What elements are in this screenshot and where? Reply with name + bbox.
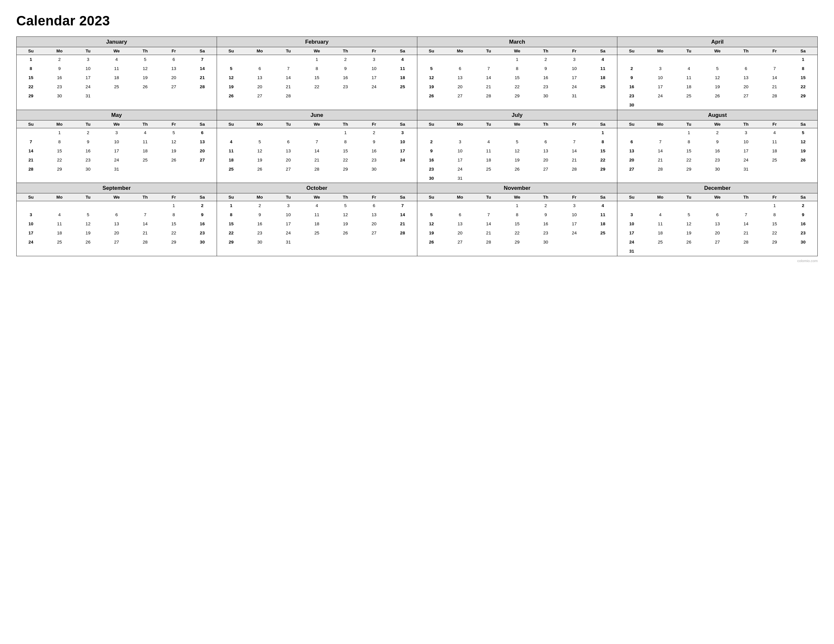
calendar-row: 891011121314 [217,210,417,220]
calendar-day: 15 [675,146,703,155]
calendar-day [560,174,589,182]
calendar-day: 9 [703,137,732,146]
calendar-day: 12 [417,73,446,82]
calendar-day: 3 [732,128,760,137]
day-header-tu: Tu [675,194,703,201]
calendar-day: 25 [675,92,703,101]
calendar-day: 19 [159,146,188,155]
calendar-row: 24252627282930 [617,238,817,247]
calendar-day: 31 [74,92,102,101]
calendar-day: 13 [274,146,303,155]
calendar-day: 21 [474,82,503,92]
calendar-day: 20 [617,155,646,165]
calendar-day: 8 [17,64,45,73]
day-header-mo: Mo [245,47,274,55]
calendar-day: 10 [560,210,589,220]
calendar-day [589,92,617,101]
calendar-day: 26 [131,82,160,92]
day-header-th: Th [131,47,160,55]
calendar-day: 30 [789,238,817,247]
calendar-day [388,92,417,101]
calendar-row: 23242526272829 [617,92,817,101]
calendar-day: 14 [474,73,503,82]
calendar-row: 1234567 [17,55,217,64]
day-header-tu: Tu [274,121,303,128]
day-header-mo: Mo [646,47,675,55]
calendar-day [331,238,360,247]
calendar-day: 25 [474,165,503,174]
calendar-day: 28 [760,92,789,101]
calendar-day: 10 [274,210,303,220]
calendar-day: 8 [789,64,817,73]
calendar-day [388,165,417,174]
calendar-day: 16 [617,82,646,92]
calendar-day [159,165,188,174]
day-header-we: We [703,194,732,201]
calendar-day: 4 [388,55,417,64]
calendar-day: 1 [303,55,331,64]
calendar-day: 13 [245,73,274,82]
calendar-day [417,128,446,137]
day-header-su: Su [617,47,646,55]
calendar-day: 30 [188,238,217,247]
calendar-day: 17 [74,73,102,82]
month-title-november: November [417,183,617,194]
calendar-day: 19 [703,82,732,92]
calendar-day [303,128,331,137]
calendar-day: 13 [446,220,474,229]
calendar-day: 16 [245,220,274,229]
calendar-day: 21 [303,155,331,165]
calendar-day: 1 [159,201,188,210]
month-table-august: SuMoTuWeThFrSa12345678910111213141516171… [617,121,817,174]
calendar-day: 1 [589,128,617,137]
calendar-day [74,201,102,210]
calendar-row: 16171819202122 [417,155,617,165]
day-header-sa: Sa [388,194,417,201]
calendar-day [159,92,188,101]
calendar-day: 26 [417,92,446,101]
calendar-row: 15161718192021 [17,73,217,82]
calendar-day [188,165,217,174]
day-header-we: We [703,121,732,128]
calendar-day: 11 [589,64,617,73]
calendar-day: 11 [474,146,503,155]
calendar-day: 16 [360,146,388,155]
calendar-day: 17 [102,146,131,155]
calendar-day: 4 [45,210,74,220]
calendar-day: 6 [732,64,760,73]
calendar-day: 28 [732,238,760,247]
calendar-day: 16 [531,73,560,82]
calendar-day: 29 [760,238,789,247]
calendar-day: 28 [274,92,303,101]
calendar-day: 11 [45,220,74,229]
calendar-day [789,101,817,110]
calendar-day: 20 [531,155,560,165]
calendar-day: 24 [360,82,388,92]
calendar-day [503,128,532,137]
calendar-day: 23 [617,92,646,101]
calendar-day: 10 [617,220,646,229]
calendar-day: 17 [388,146,417,155]
calendar-day: 27 [446,92,474,101]
calendar-row: 3456789 [617,210,817,220]
calendar-day: 25 [388,82,417,92]
calendar-day: 25 [589,229,617,238]
calendar-day: 3 [560,55,589,64]
calendar-day: 20 [159,73,188,82]
calendar-day: 8 [303,64,331,73]
calendar-day: 8 [503,64,532,73]
calendar-row: 567891011 [417,64,617,73]
calendar-day: 27 [245,92,274,101]
calendar-day [646,201,675,210]
calendar-day: 26 [159,155,188,165]
calendar-day: 2 [45,55,74,64]
calendar-day [131,201,160,210]
calendar-day: 31 [102,165,131,174]
day-header-we: We [102,47,131,55]
calendar-day: 28 [303,165,331,174]
calendar-day [131,165,160,174]
calendar-day: 13 [446,73,474,82]
calendar-day: 21 [474,229,503,238]
calendar-day: 19 [245,155,274,165]
calendar-day [274,128,303,137]
